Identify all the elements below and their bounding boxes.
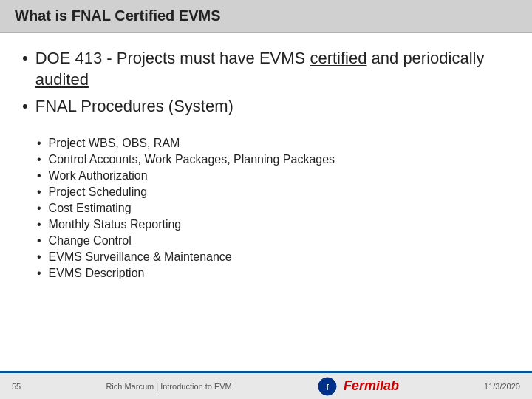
- sub-bullet-icon-3: •: [37, 169, 41, 183]
- sub-bullet-9-text: EVMS Description: [49, 267, 145, 280]
- footer-logo-area: f Fermilab: [317, 376, 399, 397]
- main-bullet-list: • DOE 413 - Projects must have EVMS cert…: [22, 48, 510, 123]
- slide-title: What is FNAL Certified EVMS: [15, 7, 221, 24]
- sub-bullet-3-text: Work Authorization: [49, 169, 148, 183]
- sub-bullet-3: • Work Authorization: [37, 169, 510, 183]
- sub-bullet-4-text: Project Scheduling: [49, 185, 147, 199]
- certified-text: certified: [310, 49, 366, 67]
- bullet-icon-2: •: [22, 96, 28, 117]
- sub-bullet-icon-9: •: [37, 267, 41, 280]
- sub-bullet-icon-2: •: [37, 153, 41, 166]
- main-bullet-1-text: DOE 413 - Projects must have EVMS certif…: [35, 48, 510, 90]
- sub-bullet-4: • Project Scheduling: [37, 185, 510, 199]
- sub-bullet-1: • Project WBS, OBS, RAM: [37, 137, 510, 150]
- footer-presenter: Rich Marcum | Introduction to EVM: [106, 382, 231, 391]
- main-bullet-1: • DOE 413 - Projects must have EVMS cert…: [22, 48, 510, 90]
- sub-bullet-5: • Cost Estimating: [37, 202, 510, 215]
- slide-footer: 55 Rich Marcum | Introduction to EVM f F…: [0, 371, 532, 399]
- audited-text: audited: [35, 70, 89, 89]
- sub-bullet-7-text: Change Control: [49, 234, 132, 248]
- main-bullet-2: • FNAL Procedures (System): [22, 96, 510, 117]
- sub-bullet-2-text: Control Accounts, Work Packages, Plannin…: [49, 153, 335, 166]
- sub-bullet-5-text: Cost Estimating: [49, 202, 132, 215]
- sub-bullet-icon-7: •: [37, 234, 41, 248]
- page-number: 55: [12, 382, 21, 391]
- slide-header: What is FNAL Certified EVMS: [0, 0, 532, 33]
- sub-bullet-8: • EVMS Surveillance & Maintenance: [37, 250, 510, 264]
- sub-bullet-6: • Monthly Status Reporting: [37, 218, 510, 231]
- sub-bullet-icon-5: •: [37, 202, 41, 215]
- fermilab-icon: f: [317, 376, 338, 397]
- bullet-icon-1: •: [22, 48, 28, 69]
- sub-bullet-icon-6: •: [37, 218, 41, 231]
- sub-bullet-icon-4: •: [37, 185, 41, 199]
- slide: What is FNAL Certified EVMS • DOE 413 - …: [0, 0, 532, 399]
- sub-bullet-2: • Control Accounts, Work Packages, Plann…: [37, 153, 510, 166]
- footer-date: 11/3/2020: [484, 382, 520, 391]
- svg-text:f: f: [326, 383, 329, 392]
- sub-bullet-1-text: Project WBS, OBS, RAM: [49, 137, 180, 150]
- fermilab-name: Fermilab: [344, 378, 399, 394]
- sub-bullet-8-text: EVMS Surveillance & Maintenance: [49, 250, 232, 264]
- slide-content: • DOE 413 - Projects must have EVMS cert…: [0, 33, 532, 371]
- sub-bullet-6-text: Monthly Status Reporting: [49, 218, 182, 231]
- main-bullet-2-text: FNAL Procedures (System): [35, 96, 233, 117]
- sub-bullet-icon-1: •: [37, 137, 41, 150]
- sub-bullet-icon-8: •: [37, 250, 41, 264]
- sub-bullet-7: • Change Control: [37, 234, 510, 248]
- sub-bullet-list: • Project WBS, OBS, RAM • Control Accoun…: [37, 137, 510, 283]
- sub-bullet-9: • EVMS Description: [37, 267, 510, 280]
